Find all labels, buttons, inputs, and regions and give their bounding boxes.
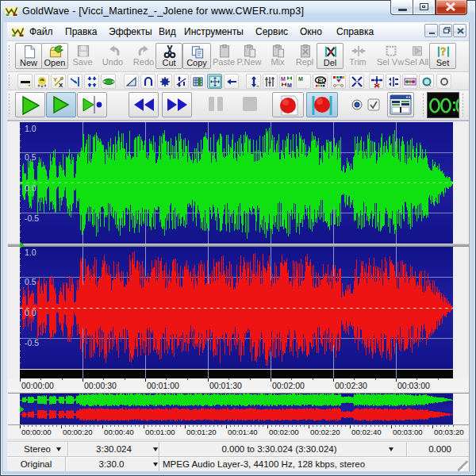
- svg-text:Y: Y: [53, 76, 58, 83]
- svg-text:1.0: 1.0: [25, 248, 36, 257]
- svg-text:?: ?: [440, 45, 446, 58]
- svg-text:00:01:20: 00:01:20: [186, 428, 217, 436]
- svg-text:00:03:00: 00:03:00: [397, 381, 430, 390]
- svg-text:00:03:20: 00:03:20: [434, 428, 464, 436]
- svg-text:0.5: 0.5: [25, 152, 36, 162]
- svg-text:0.5: 0.5: [25, 277, 36, 286]
- svg-text:00:01:00: 00:01:00: [145, 428, 175, 436]
- svg-text:X: X: [59, 82, 63, 88]
- svg-text:00:02:20: 00:02:20: [310, 428, 340, 436]
- svg-text:00:01:00: 00:01:00: [147, 381, 179, 390]
- svg-text:00:00:30: 00:00:30: [84, 381, 117, 390]
- svg-text:M: M: [287, 83, 292, 88]
- svg-text:00:01:40: 00:01:40: [228, 428, 258, 436]
- svg-text:00:00:00: 00:00:00: [21, 428, 52, 436]
- svg-text:00:02:40: 00:02:40: [351, 428, 382, 436]
- svg-text:00:00:40: 00:00:40: [104, 428, 134, 436]
- svg-text:00:02:00: 00:02:00: [269, 428, 299, 436]
- svg-text:M: M: [281, 76, 286, 82]
- svg-text:1.0: 1.0: [25, 124, 36, 133]
- svg-text:M: M: [298, 76, 303, 82]
- svg-text:00:02:30: 00:02:30: [335, 381, 367, 390]
- svg-text:EQ: EQ: [318, 78, 327, 84]
- svg-text:-0.5: -0.5: [25, 338, 39, 347]
- svg-text:0.0: 0.0: [25, 308, 36, 317]
- svg-text:00:00:20: 00:00:20: [63, 428, 93, 436]
- svg-text:0.0: 0.0: [25, 183, 36, 193]
- svg-text:00:03:00: 00:03:00: [393, 428, 423, 436]
- svg-text:00:01:30: 00:01:30: [209, 381, 242, 390]
- svg-text:00:02:00: 00:02:00: [272, 381, 305, 390]
- svg-text:00:00:00: 00:00:00: [21, 381, 54, 390]
- svg-text:-0.5: -0.5: [25, 213, 39, 223]
